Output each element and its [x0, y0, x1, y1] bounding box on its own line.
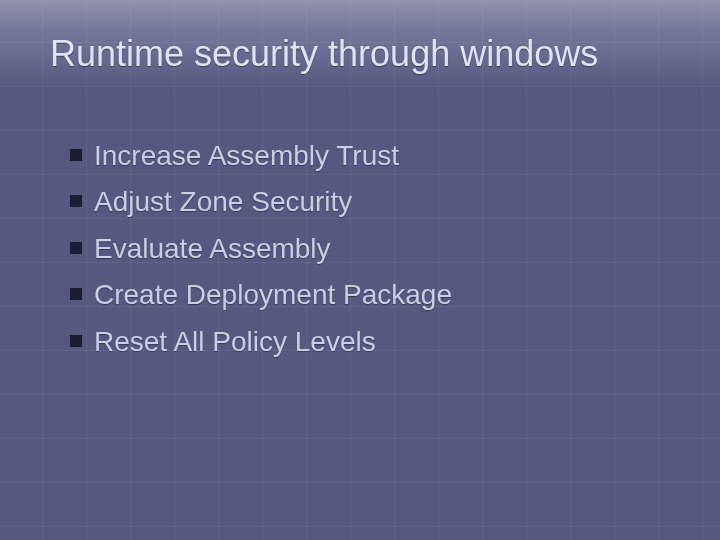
slide-body: Increase Assembly Trust Adjust Zone Secu… — [70, 138, 680, 370]
square-bullet-icon — [70, 335, 82, 347]
square-bullet-icon — [70, 242, 82, 254]
slide: Runtime security through windows Increas… — [0, 0, 720, 540]
list-item-text: Evaluate Assembly — [94, 231, 331, 267]
list-item: Evaluate Assembly — [70, 231, 680, 267]
square-bullet-icon — [70, 195, 82, 207]
list-item: Reset All Policy Levels — [70, 324, 680, 360]
slide-title: Runtime security through windows — [50, 34, 700, 74]
list-item-text: Create Deployment Package — [94, 277, 452, 313]
list-item: Increase Assembly Trust — [70, 138, 680, 174]
list-item: Adjust Zone Security — [70, 184, 680, 220]
list-item: Create Deployment Package — [70, 277, 680, 313]
square-bullet-icon — [70, 149, 82, 161]
list-item-text: Increase Assembly Trust — [94, 138, 399, 174]
square-bullet-icon — [70, 288, 82, 300]
list-item-text: Reset All Policy Levels — [94, 324, 376, 360]
list-item-text: Adjust Zone Security — [94, 184, 352, 220]
